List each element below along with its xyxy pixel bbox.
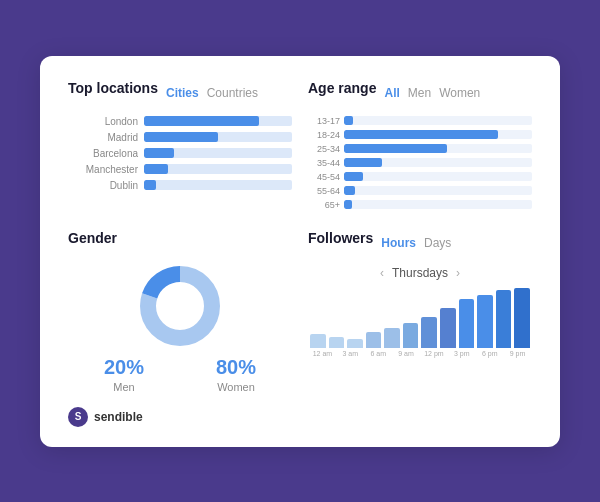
top-grid: Top locations Cities Countries London Ma… — [68, 80, 532, 214]
bar-rect-6 — [421, 317, 437, 348]
gender-header: Gender — [68, 230, 292, 256]
age-track-4554 — [344, 172, 532, 181]
tab-men[interactable]: Men — [408, 86, 431, 100]
age-range-header: Age range All Men Women — [308, 80, 532, 106]
age-track-65plus — [344, 200, 532, 209]
age-fill-65plus — [344, 200, 352, 209]
age-label-1824: 18-24 — [308, 130, 340, 140]
bar-rect-2 — [347, 339, 363, 348]
bottom-grid: Gender 20% Men 80% Women — [68, 230, 532, 393]
axis-label-4: 12 pm — [422, 350, 447, 357]
age-row-65plus: 65+ — [308, 200, 532, 210]
city-label-barcelona: Barcelona — [68, 148, 138, 159]
nav-prev[interactable]: ‹ — [380, 266, 384, 280]
bar-col-6 — [421, 288, 437, 348]
gender-stat-men: 20% Men — [104, 356, 144, 393]
bar-col-10 — [496, 288, 512, 348]
gender-stats: 20% Men 80% Women — [68, 356, 292, 393]
bar-track-madrid — [144, 132, 292, 142]
bar-fill-madrid — [144, 132, 218, 142]
bar-row-barcelona: Barcelona — [68, 148, 292, 159]
bar-col-11 — [514, 288, 530, 348]
bar-rect-0 — [310, 334, 326, 347]
axis-label-2: 6 am — [366, 350, 391, 357]
age-label-1317: 13-17 — [308, 116, 340, 126]
age-track-5564 — [344, 186, 532, 195]
bar-col-9 — [477, 288, 493, 348]
age-row-4554: 45-54 — [308, 172, 532, 182]
age-fill-1824 — [344, 130, 498, 139]
bar-rect-4 — [384, 328, 400, 347]
bar-col-2 — [347, 288, 363, 348]
followers-section: Followers Hours Days ‹ Thursdays › 12 am… — [308, 230, 532, 393]
bar-row-dublin: Dublin — [68, 180, 292, 191]
age-track-1317 — [344, 116, 532, 125]
top-locations-title: Top locations — [68, 80, 158, 96]
bar-rect-11 — [514, 288, 530, 348]
age-label-2534: 25-34 — [308, 144, 340, 154]
footer: S sendible — [68, 407, 532, 427]
bar-col-0 — [310, 288, 326, 348]
age-label-65plus: 65+ — [308, 200, 340, 210]
age-fill-2534 — [344, 144, 447, 153]
pie-chart — [140, 266, 220, 346]
age-row-2534: 25-34 — [308, 144, 532, 154]
age-label-3544: 35-44 — [308, 158, 340, 168]
tab-countries[interactable]: Countries — [207, 86, 258, 100]
followers-axis: 12 am3 am6 am9 am12 pm3 pm6 pm9 pm — [308, 350, 532, 357]
tab-cities[interactable]: Cities — [166, 86, 199, 100]
followers-header: Followers Hours Days — [308, 230, 532, 256]
bar-fill-london — [144, 116, 259, 126]
age-row-5564: 55-64 — [308, 186, 532, 196]
bar-rect-7 — [440, 308, 456, 348]
bar-rect-1 — [329, 337, 345, 348]
main-card: Top locations Cities Countries London Ma… — [40, 56, 560, 447]
bar-rect-10 — [496, 290, 512, 347]
age-track-3544 — [344, 158, 532, 167]
gender-title: Gender — [68, 230, 117, 246]
city-label-manchester: Manchester — [68, 164, 138, 175]
bar-track-london — [144, 116, 292, 126]
age-track-2534 — [344, 144, 532, 153]
cities-bar-list: London Madrid Barcelona — [68, 116, 292, 191]
axis-label-1: 3 am — [338, 350, 363, 357]
age-fill-1317 — [344, 116, 353, 125]
followers-title: Followers — [308, 230, 373, 246]
nav-next[interactable]: › — [456, 266, 460, 280]
age-fill-3544 — [344, 158, 382, 167]
bar-row-london: London — [68, 116, 292, 127]
bar-col-4 — [384, 288, 400, 348]
top-locations-section: Top locations Cities Countries London Ma… — [68, 80, 292, 214]
bar-fill-barcelona — [144, 148, 174, 158]
tab-days[interactable]: Days — [424, 236, 451, 250]
age-label-4554: 45-54 — [308, 172, 340, 182]
bar-rect-5 — [403, 323, 419, 348]
bar-col-7 — [440, 288, 456, 348]
age-fill-4554 — [344, 172, 363, 181]
bar-rect-3 — [366, 332, 382, 348]
tab-all[interactable]: All — [384, 86, 399, 100]
age-label-5564: 55-64 — [308, 186, 340, 196]
age-row-1824: 18-24 — [308, 130, 532, 140]
age-track-1824 — [344, 130, 532, 139]
axis-label-5: 3 pm — [449, 350, 474, 357]
bar-col-5 — [403, 288, 419, 348]
logo-icon: S — [68, 407, 88, 427]
age-bar-list: 13-17 18-24 25-34 — [308, 116, 532, 210]
followers-nav: ‹ Thursdays › — [308, 266, 532, 280]
gender-stat-women: 80% Women — [216, 356, 256, 393]
age-row-3544: 35-44 — [308, 158, 532, 168]
bar-fill-manchester — [144, 164, 168, 174]
tab-women[interactable]: Women — [439, 86, 480, 100]
age-range-section: Age range All Men Women 13-17 18-24 — [308, 80, 532, 214]
age-row-1317: 13-17 — [308, 116, 532, 126]
bar-track-barcelona — [144, 148, 292, 158]
men-pct: 20% — [104, 356, 144, 379]
tab-hours[interactable]: Hours — [381, 236, 416, 250]
bar-track-manchester — [144, 164, 292, 174]
bar-rect-8 — [459, 299, 475, 348]
age-range-title: Age range — [308, 80, 376, 96]
age-fill-5564 — [344, 186, 355, 195]
city-label-london: London — [68, 116, 138, 127]
followers-bar-chart — [308, 288, 532, 348]
